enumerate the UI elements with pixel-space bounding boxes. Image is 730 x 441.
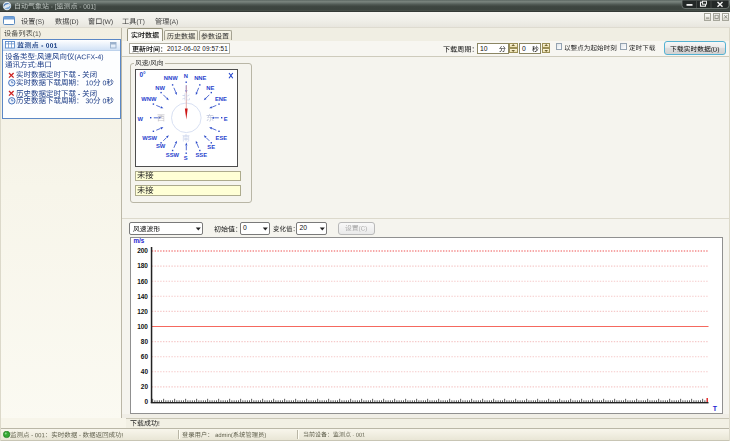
svg-text:WNW: WNW (141, 96, 157, 102)
svg-text:200: 200 (137, 247, 148, 254)
svg-text:0: 0 (144, 398, 148, 405)
svg-text:160: 160 (137, 278, 148, 285)
svg-text:100: 100 (137, 323, 148, 330)
svg-text:WSW: WSW (142, 134, 157, 140)
svg-text:80: 80 (140, 338, 148, 345)
svg-text:SSE: SSE (195, 152, 207, 158)
svg-text:SSW: SSW (166, 151, 180, 157)
svg-text:SE: SE (207, 144, 215, 150)
svg-text:20: 20 (140, 383, 148, 390)
svg-text:SW: SW (156, 143, 166, 149)
svg-text:ESE: ESE (216, 134, 228, 140)
svg-text:60: 60 (140, 353, 148, 360)
svg-text:NE: NE (206, 85, 214, 91)
svg-text:120: 120 (137, 308, 148, 315)
svg-text:180: 180 (137, 262, 148, 269)
svg-text:NNW: NNW (164, 74, 178, 80)
svg-text:40: 40 (140, 368, 148, 375)
svg-text:S: S (184, 155, 188, 161)
svg-text:E: E (224, 115, 228, 121)
svg-text:NW: NW (155, 85, 165, 91)
svg-text:W: W (137, 115, 143, 121)
svg-text:N: N (184, 72, 188, 78)
svg-text:T: T (712, 405, 717, 412)
svg-text:NNE: NNE (194, 74, 206, 80)
svg-text:ENE: ENE (215, 96, 227, 102)
svg-text:140: 140 (137, 293, 148, 300)
